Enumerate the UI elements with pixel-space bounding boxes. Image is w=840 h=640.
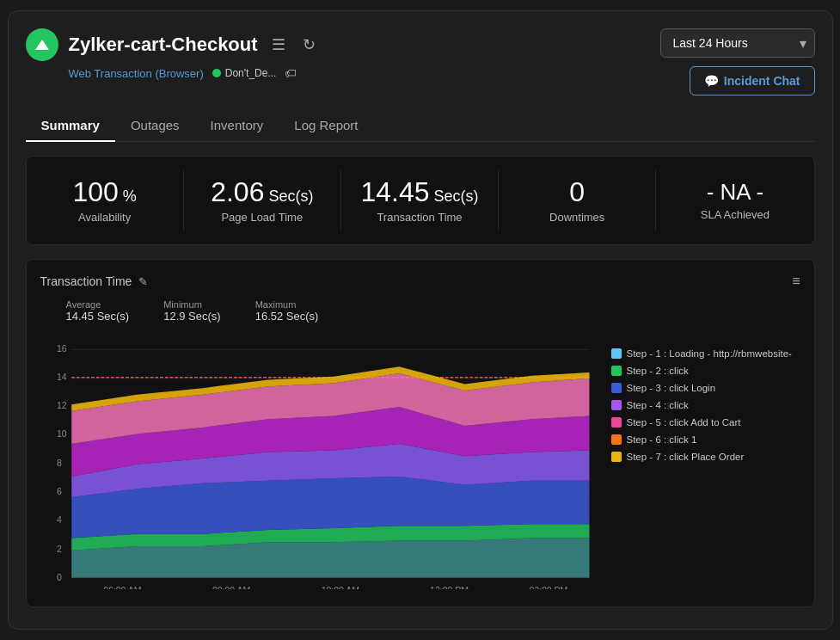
avg-value: 14.45 Sec(s) [66,310,130,323]
tab-inventory[interactable]: Inventory [195,109,279,141]
svg-text:12: 12 [57,401,67,410]
legend-label-1: Step - 1 : Loading - http://rbmwebsite- [627,348,792,359]
menu-icon[interactable]: ☰ [268,34,289,56]
legend-label-4: Step - 4 : click [627,400,689,410]
chart-section: Transaction Time ✎ ≡ Average 14.45 Sec(s… [26,259,815,607]
avg-label: Average [66,299,130,310]
chart-body: 16 14 12 10 8 6 4 2 0 [40,331,800,593]
subtitle-row: Web Transaction (Browser) Don't_De... 🏷 [26,66,319,80]
up-status-icon [26,28,58,61]
time-range-select[interactable]: Last 24 Hours Last 1 Hour Last 7 Days [660,28,815,58]
page-load-label: Page Load Time [221,211,303,224]
stat-page-load: 2.06 Sec(s) Page Load Time [184,170,341,231]
chart-title-row: Transaction Time ✎ [40,274,149,288]
chart-area: 16 14 12 10 8 6 4 2 0 [40,331,598,593]
min-label: Minimum [163,299,220,310]
main-container: Zylker-cart-Checkout ☰ ↻ Web Transaction… [8,10,833,630]
legend-color-2 [611,366,622,376]
legend-color-6 [611,434,622,445]
legend-item-1: Step - 1 : Loading - http://rbmwebsite- [611,348,800,359]
svg-text:10: 10 [57,430,67,440]
time-select-wrapper: Last 24 Hours Last 1 Hour Last 7 Days [660,28,815,58]
legend-item-2: Step - 2 : click [611,366,800,376]
svg-text:06:00 AM: 06:00 AM [103,587,141,590]
incident-chat-label: Incident Chat [724,74,800,88]
stat-downtimes: 0 Downtimes [499,170,656,231]
svg-text:08:00 AM: 08:00 AM [212,587,249,590]
env-badge: Don't_De... [212,67,277,79]
title-row: Zylker-cart-Checkout ☰ ↻ [26,28,319,61]
svg-text:16: 16 [57,344,67,354]
min-value: 12.9 Sec(s) [163,310,220,323]
legend-item-4: Step - 4 : click [611,400,800,410]
page-load-value: 2.06 Sec(s) [211,177,313,207]
legend-label-6: Step - 6 : click 1 [627,434,697,445]
tab-outages[interactable]: Outages [115,109,195,141]
chart-stats: Average 14.45 Sec(s) Minimum 12.9 Sec(s)… [40,299,800,323]
sla-value: - NA - [707,180,763,205]
web-transaction-link[interactable]: Web Transaction (Browser) [69,67,204,80]
chart-svg: 16 14 12 10 8 6 4 2 0 [40,331,598,589]
tab-summary[interactable]: Summary [26,109,115,141]
legend-label-2: Step - 2 : click [627,366,689,376]
svg-text:8: 8 [57,458,62,468]
header-right: Last 24 Hours Last 1 Hour Last 7 Days 💬 … [660,28,815,95]
chart-menu-button[interactable]: ≡ [792,274,800,289]
stat-sla: - NA - SLA Achieved [656,170,813,231]
legend-color-7 [611,452,622,462]
legend-color-1 [611,348,622,359]
legend-color-4 [611,400,622,410]
incident-chat-button[interactable]: 💬 Incident Chat [690,66,815,95]
legend-item-5: Step - 5 : click Add to Cart [611,417,800,428]
legend-color-3 [611,383,622,393]
env-dot [212,69,221,77]
tag-icon[interactable]: 🏷 [285,66,297,80]
sla-label: SLA Achieved [701,208,769,221]
legend-item-7: Step - 7 : click Place Order [611,452,800,462]
header-left: Zylker-cart-Checkout ☰ ↻ Web Transaction… [26,28,319,80]
tabs-bar: Summary Outages Inventory Log Report [26,109,815,142]
stats-bar: 100 % Availability 2.06 Sec(s) Page Load… [26,156,815,245]
tab-log-report[interactable]: Log Report [279,109,373,141]
chart-min: Minimum 12.9 Sec(s) [163,299,220,323]
env-label: Don't_De... [225,67,277,79]
up-arrow [35,40,49,50]
stat-transaction: 14.45 Sec(s) Transaction Time [341,170,499,231]
transaction-label: Transaction Time [377,211,462,224]
chart-edit-icon[interactable]: ✎ [138,275,148,288]
legend-label-5: Step - 5 : click Add to Cart [627,417,741,428]
downtimes-label: Downtimes [549,211,604,224]
svg-text:6: 6 [57,487,62,496]
transaction-value: 14.45 Sec(s) [360,177,478,207]
svg-text:2: 2 [57,545,62,554]
legend-label-3: Step - 3 : click Login [627,383,716,393]
svg-text:14: 14 [57,372,67,382]
header: Zylker-cart-Checkout ☰ ↻ Web Transaction… [26,28,815,95]
chart-max: Maximum 16.52 Sec(s) [255,299,319,323]
max-label: Maximum [255,299,319,310]
downtimes-value: 0 [569,177,585,207]
availability-value: 100 % [72,177,136,207]
legend-label-7: Step - 7 : click Place Order [627,452,745,462]
chart-title: Transaction Time [40,274,132,288]
availability-label: Availability [78,211,131,224]
chart-legend: Step - 1 : Loading - http://rbmwebsite- … [611,331,800,593]
legend-item-6: Step - 6 : click 1 [611,434,800,445]
legend-item-3: Step - 3 : click Login [611,383,800,393]
svg-text:4: 4 [57,516,62,526]
refresh-icon[interactable]: ↻ [299,34,319,56]
svg-text:0: 0 [57,573,62,582]
chart-header: Transaction Time ✎ ≡ [40,274,800,289]
max-value: 16.52 Sec(s) [255,310,319,323]
svg-text:12:00 PM: 12:00 PM [430,587,469,590]
chat-icon: 💬 [704,74,719,88]
svg-text:10:00 AM: 10:00 AM [321,587,359,590]
svg-text:02:00 PM: 02:00 PM [529,587,567,590]
chart-avg: Average 14.45 Sec(s) [66,299,130,323]
legend-color-5 [611,417,622,428]
stat-availability: 100 % Availability [27,170,184,231]
app-title: Zylker-cart-Checkout [69,34,258,56]
